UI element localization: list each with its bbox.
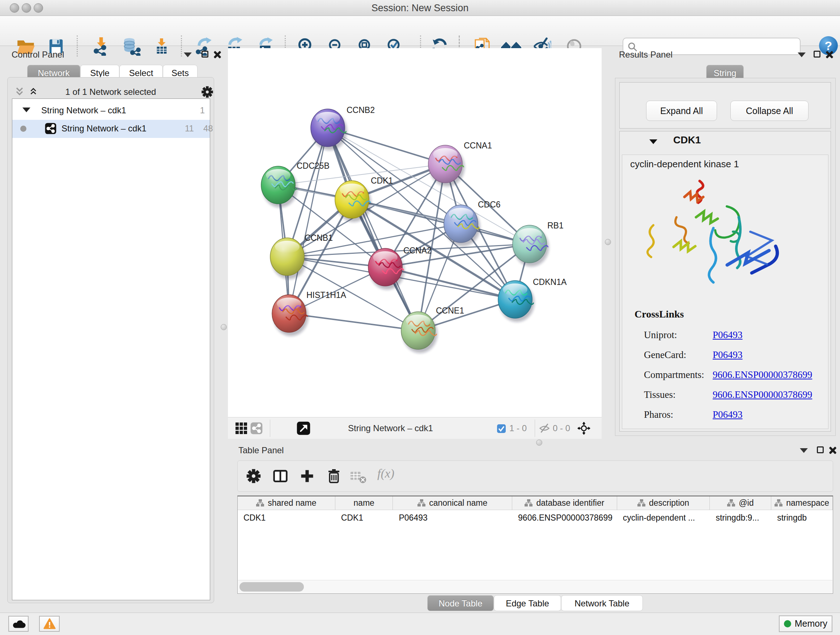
memory-button[interactable]: Memory [779,616,832,632]
crosslink-value[interactable]: P06493 [713,349,743,361]
current-network-title: String Network – cdk1 [348,417,433,439]
cloud-button[interactable] [8,616,28,632]
node-table[interactable]: shared namenamecanonical namedatabase id… [237,496,833,594]
table-cell[interactable]: P06493 [393,510,512,525]
node-label-CDKN1A: CDKN1A [533,277,567,287]
entry-detail-box: cyclin-dependent kinase 1 [622,155,829,429]
crosslinks-title: CrossLinks [635,309,684,320]
tree-icon [775,499,783,507]
scrollbar-thumb[interactable] [240,582,304,592]
tab-node-table[interactable]: Node Table [427,595,494,611]
show-columns-icon[interactable] [272,468,288,484]
add-column-icon[interactable] [299,468,315,484]
horizontal-splitter-handle[interactable] [536,440,542,446]
table-cell[interactable]: stringdb:9... [710,510,771,525]
node-gloss [340,184,364,196]
node-label-CCNB1: CCNB1 [305,233,333,242]
panel-menu-icon[interactable] [184,52,192,57]
table-cell[interactable]: stringdb [771,510,833,525]
node-gloss [277,298,302,310]
node-gloss [517,228,542,241]
tab-edge-table[interactable]: Edge Table [494,595,561,611]
crosslink-value[interactable]: 9606.ENSP00000378699 [713,389,812,401]
network-graph[interactable]: CCNB2CCNA1CDC25BCDK1CDC6RB1CCNB1CCNA2CDK… [228,48,602,417]
network-edge-CCNB2-HIST1H1A[interactable] [289,128,328,314]
memory-label: Memory [795,618,827,629]
tab-network-table[interactable]: Network Table [561,595,643,611]
column-header-namespace[interactable]: namespace [771,496,833,510]
node-label-CCNA1: CCNA1 [464,141,492,150]
network-view-icon[interactable] [250,422,263,434]
close-panel-icon[interactable] [826,51,833,58]
node-gloss [266,169,291,181]
crosslink-value[interactable]: P06493 [713,409,743,420]
function-builder-button: f(x) [377,467,394,480]
collapse-all-button[interactable]: Collapse All [730,101,808,121]
network-canvas[interactable]: CCNB2CCNA1CDC25BCDK1CDC6RB1CCNB1CCNA2CDK… [228,48,602,417]
node-label-CDC6: CDC6 [478,200,501,209]
network-node-RB1[interactable]: RB1 [513,221,564,263]
edge-count: 48 [203,124,213,134]
table-cell[interactable]: 9606.ENSP00000378699 [512,510,617,525]
float-panel-icon[interactable] [817,447,824,453]
node-gloss [316,112,340,124]
float-panel-icon[interactable] [202,51,208,57]
pan-crosshair-icon[interactable] [577,422,591,435]
crosslink-value[interactable]: P06493 [713,329,743,340]
control-panel-body: 1 of 1 Network selected String Network –… [7,77,214,603]
column-header--id[interactable]: @id [710,496,771,510]
panel-menu-icon[interactable] [798,52,806,57]
cloud-icon [13,619,26,629]
results-panel: Results Panel String Expand All Collapse… [614,48,837,437]
column-header-description[interactable]: description [617,496,710,510]
close-panel-icon[interactable] [213,51,221,58]
node-label-CDC25B: CDC25B [297,161,330,171]
network-node-CDK1[interactable]: CDK1 [335,176,393,218]
right-splitter-handle[interactable] [605,239,611,245]
open-in-new-icon[interactable] [297,421,310,435]
column-header-database-identifier[interactable]: database identifier [512,496,617,510]
delete-column-icon[interactable] [327,469,341,484]
left-splitter-handle[interactable] [221,324,227,330]
entry-name: CDK1 [673,134,701,146]
warning-icon [43,618,56,630]
panel-menu-icon[interactable] [800,448,808,453]
results-controls-box: Expand All Collapse All [619,82,831,128]
network-status-dot [20,126,27,132]
warnings-button[interactable] [39,616,60,632]
table-cell[interactable]: CDK1 [238,510,335,525]
table-row[interactable]: CDK1CDK1P064939606.ENSP00000378699cyclin… [238,510,833,525]
gear-icon[interactable] [201,86,214,98]
hidden-count-label: 0 - 0 [553,417,570,439]
column-header-name[interactable]: name [335,496,393,510]
table-cell[interactable]: cyclin-dependent ... [617,510,710,525]
network-edge-CCNB2-CCNE1[interactable] [328,128,418,331]
crosslink-label: Tissues: [644,389,676,401]
network-collection-name: String Network – cdk1 [41,105,126,116]
results-panel-title: Results Panel [619,50,673,60]
results-panel-body: Expand All Collapse All CDK1 cyclin-depe… [615,78,836,436]
float-panel-icon[interactable] [813,51,821,57]
entry-expander-icon[interactable] [649,139,657,144]
collection-count: 1 [200,105,205,116]
node-label-CCNA2: CCNA2 [403,246,431,255]
close-panel-icon[interactable] [829,447,836,454]
gear-icon[interactable] [246,468,262,484]
column-header-canonical-name[interactable]: canonical name [393,496,512,510]
network-node-HIST1H1A[interactable]: HIST1H1A [272,290,347,333]
control-panel-title: Control Panel [11,50,64,60]
network-name: String Network – cdk1 [62,124,147,134]
column-header-shared-name[interactable]: shared name [238,496,335,510]
grid-view-icon[interactable] [235,422,248,434]
network-node-CDC6[interactable]: CDC6 [444,200,501,242]
crosslink-value[interactable]: 9606.ENSP00000378699 [713,369,812,380]
network-row-selected[interactable]: String Network – cdk1 11 48 [12,120,210,138]
horizontal-scrollbar[interactable] [238,580,832,593]
collection-expander-icon[interactable] [22,108,30,112]
selected-checkbox-icon[interactable] [497,424,506,433]
expand-all-button[interactable]: Expand All [646,101,717,121]
hidden-eye-icon [539,424,550,433]
network-edge-HIST1H1A-CCNE1[interactable] [289,314,418,331]
table-cell[interactable]: CDK1 [335,510,393,525]
network-collection-row[interactable]: String Network – cdk1 1 [12,102,210,120]
